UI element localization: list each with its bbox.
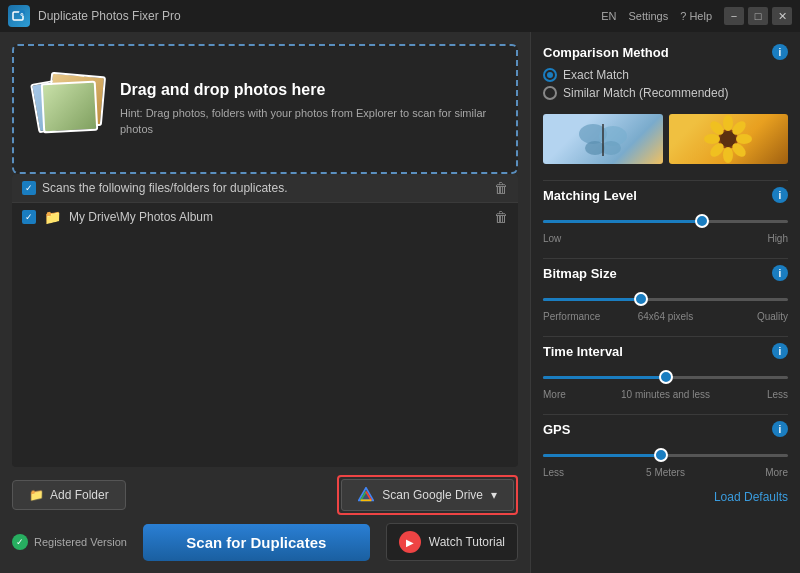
- right-panel: Comparison Method i Exact Match Similar …: [530, 32, 800, 573]
- comparison-section-title: Comparison Method i: [543, 44, 788, 60]
- svg-point-16: [723, 147, 733, 163]
- drop-text: Drag and drop photos here Hint: Drag pho…: [120, 81, 496, 138]
- divider-1: [543, 180, 788, 181]
- titlebar-left: ⚙ Duplicate Photos Fixer Pro: [8, 5, 181, 27]
- bitmap-size-slider[interactable]: [543, 289, 788, 309]
- watch-tutorial-button[interactable]: ▶ Watch Tutorial: [386, 523, 518, 561]
- scan-duplicates-button[interactable]: Scan for Duplicates: [143, 524, 370, 561]
- app-logo: ⚙: [8, 5, 30, 27]
- drop-hint: Hint: Drag photos, folders with your pho…: [120, 105, 496, 138]
- time-interval-slider[interactable]: [543, 367, 788, 387]
- time-interval-info-icon[interactable]: i: [772, 343, 788, 359]
- gps-section: GPS i Less 5 Meters More: [543, 421, 788, 478]
- svg-point-18: [736, 134, 752, 144]
- time-interval-fill: [543, 376, 666, 379]
- folder-icon: 📁: [44, 209, 61, 225]
- scan-list-header-left: ✓ Scans the following files/folders for …: [22, 181, 287, 195]
- gps-labels: Less 5 Meters More: [543, 467, 788, 478]
- app-title: Duplicate Photos Fixer Pro: [38, 9, 181, 23]
- registered-version: ✓ Registered Version: [12, 534, 127, 550]
- divider-4: [543, 414, 788, 415]
- scan-google-drive-wrapper: Scan Google Drive ▾: [337, 475, 518, 515]
- butterfly-thumbnail: [543, 114, 663, 164]
- settings-link[interactable]: Settings: [628, 10, 668, 22]
- matching-level-slider[interactable]: [543, 211, 788, 231]
- svg-point-11: [601, 141, 621, 155]
- play-icon: ▶: [399, 531, 421, 553]
- lang-selector[interactable]: EN: [601, 10, 616, 22]
- time-interval-thumb[interactable]: [659, 370, 673, 384]
- svg-text:⚙: ⚙: [20, 12, 24, 17]
- svg-point-15: [723, 115, 733, 131]
- titlebar-right: EN Settings ? Help − □ ✕: [601, 7, 792, 25]
- exact-match-radio[interactable]: [543, 68, 557, 82]
- add-folder-button[interactable]: 📁 Add Folder: [12, 480, 126, 510]
- dropdown-chevron-icon: ▾: [491, 488, 497, 502]
- svg-point-17: [704, 134, 720, 144]
- watch-tutorial-label: Watch Tutorial: [429, 535, 505, 549]
- scan-list-item-left: ✓ 📁 My Drive\My Photos Album: [22, 209, 213, 225]
- bitmap-size-title: Bitmap Size i: [543, 265, 788, 281]
- time-interval-section: Time Interval i More 10 minutes and less…: [543, 343, 788, 400]
- comparison-section: Comparison Method i Exact Match Similar …: [543, 44, 788, 104]
- scan-list: ✓ Scans the following files/folders for …: [12, 174, 518, 467]
- drop-zone[interactable]: Drag and drop photos here Hint: Drag pho…: [12, 44, 518, 174]
- scan-list-header: ✓ Scans the following files/folders for …: [12, 174, 518, 203]
- status-bar: ✓ Registered Version Scan for Duplicates…: [12, 515, 518, 561]
- left-inner: Drag and drop photos here Hint: Drag pho…: [12, 44, 518, 561]
- drop-heading: Drag and drop photos here: [120, 81, 496, 99]
- minimize-button[interactable]: −: [724, 7, 744, 25]
- gps-track: [543, 454, 788, 457]
- window-controls[interactable]: − □ ✕: [724, 7, 792, 25]
- gps-slider[interactable]: [543, 445, 788, 465]
- matching-level-title: Matching Level i: [543, 187, 788, 203]
- gps-title: GPS i: [543, 421, 788, 437]
- gps-fill: [543, 454, 661, 457]
- close-button[interactable]: ✕: [772, 7, 792, 25]
- divider-2: [543, 258, 788, 259]
- add-folder-icon: 📁: [29, 488, 44, 502]
- header-delete-icon[interactable]: 🗑: [494, 180, 508, 196]
- gps-info-icon[interactable]: i: [772, 421, 788, 437]
- similar-match-option[interactable]: Similar Match (Recommended): [543, 86, 788, 100]
- titlebar: ⚙ Duplicate Photos Fixer Pro EN Settings…: [0, 0, 800, 32]
- divider-3: [543, 336, 788, 337]
- left-panel: Drag and drop photos here Hint: Drag pho…: [0, 32, 530, 573]
- time-interval-labels: More 10 minutes and less Less: [543, 389, 788, 400]
- exact-match-option[interactable]: Exact Match: [543, 68, 788, 82]
- matching-level-track: [543, 220, 788, 223]
- item-delete-icon[interactable]: 🗑: [494, 209, 508, 225]
- gps-thumb[interactable]: [654, 448, 668, 462]
- left-inner-bottom: 📁 Add Folder Scan Googl: [12, 467, 518, 561]
- bitmap-size-thumb[interactable]: [634, 292, 648, 306]
- folder-path: My Drive\My Photos Album: [69, 210, 213, 224]
- item-checkbox[interactable]: ✓: [22, 210, 36, 224]
- photo-stack: [34, 74, 104, 144]
- matching-level-thumb[interactable]: [695, 214, 709, 228]
- similar-match-radio[interactable]: [543, 86, 557, 100]
- sunflower-thumbnail: [669, 114, 789, 164]
- bottom-bar: 📁 Add Folder Scan Googl: [12, 467, 518, 515]
- bitmap-size-section: Bitmap Size i Performance 64x64 pixels Q…: [543, 265, 788, 322]
- matching-level-labels: Low High: [543, 233, 788, 244]
- scan-list-item[interactable]: ✓ 📁 My Drive\My Photos Album 🗑: [12, 203, 518, 231]
- main-container: Drag and drop photos here Hint: Drag pho…: [0, 32, 800, 573]
- matching-info-icon[interactable]: i: [772, 187, 788, 203]
- load-defaults-link[interactable]: Load Defaults: [543, 490, 788, 504]
- scan-google-drive-button[interactable]: Scan Google Drive ▾: [341, 479, 514, 511]
- bitmap-size-fill: [543, 298, 641, 301]
- comparison-info-icon[interactable]: i: [772, 44, 788, 60]
- matching-level-section: Matching Level i Low High: [543, 187, 788, 244]
- check-circle-icon: ✓: [12, 534, 28, 550]
- scan-list-header-label: Scans the following files/folders for du…: [42, 181, 287, 195]
- bitmap-size-track: [543, 298, 788, 301]
- maximize-button[interactable]: □: [748, 7, 768, 25]
- header-checkbox[interactable]: ✓: [22, 181, 36, 195]
- help-link[interactable]: ? Help: [680, 10, 712, 22]
- time-interval-title: Time Interval i: [543, 343, 788, 359]
- bitmap-info-icon[interactable]: i: [772, 265, 788, 281]
- google-drive-icon: [358, 487, 374, 503]
- photo-card-3: [41, 81, 99, 134]
- comparison-thumbnails: [543, 114, 788, 164]
- bitmap-size-labels: Performance 64x64 pixels Quality: [543, 311, 788, 322]
